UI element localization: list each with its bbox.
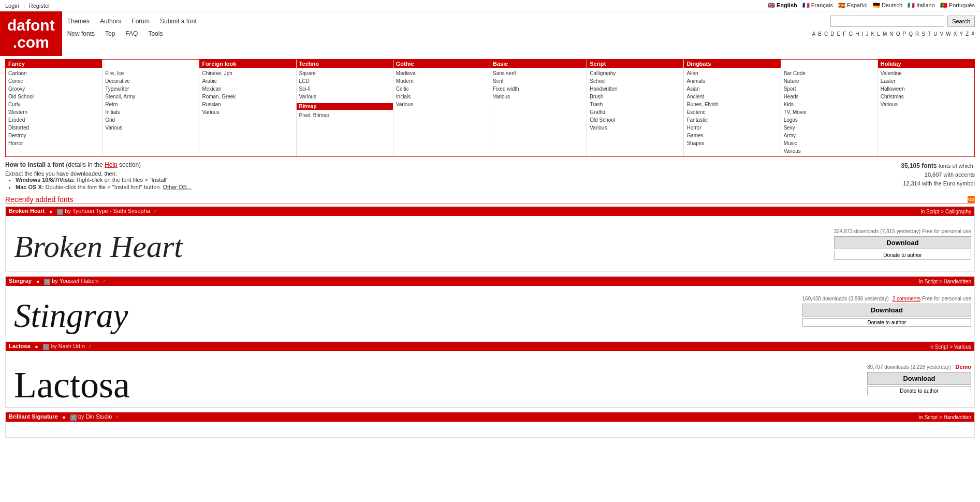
donate-button-2[interactable]: Donate to author: [802, 318, 971, 327]
nav-authors[interactable]: Authors: [100, 18, 121, 25]
nav-submit[interactable]: Submit a font: [160, 18, 197, 25]
az-i[interactable]: I: [862, 31, 864, 37]
cat-item-brush[interactable]: Brush: [590, 93, 681, 101]
cat-item-alien[interactable]: Alien: [686, 69, 778, 77]
cat-item-games[interactable]: Games: [686, 132, 778, 139]
cat-item-curly[interactable]: Curly: [8, 101, 99, 108]
cat-gothic-header[interactable]: Gothic: [393, 60, 490, 68]
help-link[interactable]: Help: [105, 161, 118, 168]
az-y[interactable]: Y: [960, 31, 964, 37]
az-r[interactable]: R: [915, 31, 919, 37]
font-link-broken-heart[interactable]: Broken Heart: [9, 208, 45, 214]
download-button-1[interactable]: Download: [834, 236, 971, 249]
az-h[interactable]: H: [855, 31, 859, 37]
cat-item-sansserif[interactable]: Sans serif: [493, 69, 584, 77]
cat-item-comic[interactable]: Comic: [8, 77, 99, 85]
az-o[interactable]: O: [896, 31, 901, 37]
cat-bitmap-header[interactable]: Bitmap: [297, 103, 393, 110]
az-c[interactable]: C: [824, 31, 828, 37]
cat-item-tvmovie[interactable]: TV, Movie: [784, 108, 875, 116]
cat-item-handwritten[interactable]: Handwritten: [590, 85, 681, 93]
nav-new-fonts[interactable]: New fonts: [67, 30, 95, 37]
nav-themes[interactable]: Themes: [67, 18, 90, 25]
az-w[interactable]: W: [946, 31, 951, 37]
cat-item-sport[interactable]: Sport: [784, 85, 875, 93]
cat-item-various-gothic[interactable]: Various: [396, 101, 487, 108]
cat-item-mexican[interactable]: Mexican: [202, 85, 293, 93]
az-b[interactable]: B: [818, 31, 822, 37]
nav-forum[interactable]: Forum: [131, 18, 150, 25]
az-p[interactable]: P: [902, 31, 906, 37]
author-link-3[interactable]: Nasir Udin: [58, 343, 84, 349]
lang-it[interactable]: 🇮🇹 Italiano: [908, 2, 935, 9]
cat-item-western[interactable]: Western: [8, 108, 99, 116]
download-button-3[interactable]: Download: [867, 372, 971, 385]
cat-item-various-fancy[interactable]: Various: [105, 124, 196, 132]
cat-item-stencil[interactable]: Stencil, Army: [105, 93, 196, 101]
author-link-2[interactable]: Youssef Habchi: [60, 278, 99, 284]
cat-item-easter[interactable]: Easter: [881, 77, 972, 85]
cat-item-army[interactable]: Army: [784, 132, 875, 139]
nav-tools[interactable]: Tools: [148, 30, 163, 37]
cat-item-roman[interactable]: Roman, Greek: [202, 93, 293, 101]
search-input[interactable]: [830, 16, 944, 27]
az-m[interactable]: M: [883, 31, 887, 37]
cat-fancy-header[interactable]: Fancy: [6, 60, 102, 68]
lang-es[interactable]: 🇪🇸 Español: [838, 2, 868, 9]
cat-item-various-d2[interactable]: Various: [784, 147, 875, 155]
register-link[interactable]: Register: [29, 3, 50, 9]
cat-item-destroy[interactable]: Destroy: [8, 132, 99, 139]
donate-button-1[interactable]: Donate to author: [834, 251, 971, 260]
cat-item-trash[interactable]: Trash: [590, 101, 681, 108]
nav-faq[interactable]: FAQ: [125, 30, 138, 37]
cat-item-horror-d[interactable]: Horror: [686, 124, 778, 132]
az-u[interactable]: U: [933, 31, 938, 37]
cat-item-decorative[interactable]: Decorative: [105, 77, 196, 85]
comments-link-2[interactable]: 2 comments: [893, 296, 920, 302]
download-button-2[interactable]: Download: [802, 304, 971, 317]
az-j[interactable]: J: [866, 31, 869, 37]
az-e[interactable]: E: [837, 31, 841, 37]
cat-item-heads[interactable]: Heads: [784, 93, 875, 101]
lang-en[interactable]: 🇬🇧 English: [768, 2, 797, 9]
cat-item-medieval[interactable]: Medieval: [396, 69, 487, 77]
cat-item-music[interactable]: Music: [784, 139, 875, 147]
az-z[interactable]: Z: [966, 31, 969, 37]
az-f[interactable]: F: [843, 31, 846, 37]
cat-item-chinese[interactable]: Chinese, Jpn: [202, 69, 293, 77]
cat-item-logos[interactable]: Logos: [784, 116, 875, 124]
cat-item-grid[interactable]: Grid: [105, 116, 196, 124]
cat-item-horror[interactable]: Horror: [8, 139, 99, 147]
lang-pt[interactable]: 🇵🇹 Português: [940, 2, 975, 9]
lang-fr[interactable]: 🇫🇷 Français: [802, 2, 833, 9]
cat-techno-header[interactable]: Techno: [297, 60, 393, 68]
cat-item-various-foreign[interactable]: Various: [202, 108, 293, 116]
login-link[interactable]: Login: [5, 3, 19, 9]
cat-item-initials[interactable]: Initials: [105, 108, 196, 116]
cat-item-christmas[interactable]: Christmas: [881, 93, 972, 101]
author-link-4[interactable]: Din Studio: [86, 413, 112, 420]
cat-item-shapes[interactable]: Shapes: [686, 139, 778, 147]
font-link-stingray[interactable]: Stingray: [9, 278, 32, 284]
cat-item-various-script[interactable]: Various: [590, 124, 681, 132]
cat-item-school[interactable]: School: [590, 77, 681, 85]
cat-item-halloween[interactable]: Halloween: [881, 85, 972, 93]
az-t[interactable]: T: [928, 31, 931, 37]
cat-holiday-header[interactable]: Holiday: [878, 60, 974, 68]
cat-item-oldschool[interactable]: Old School: [8, 93, 99, 101]
cat-item-fantastic[interactable]: Fantastic: [686, 116, 778, 124]
cat-item-eroded[interactable]: Eroded: [8, 116, 99, 124]
cat-item-asian[interactable]: Asian: [686, 85, 778, 93]
cat-foreign-header[interactable]: Foreign look: [199, 60, 296, 68]
cat-item-fire[interactable]: Fire, Ice: [105, 69, 196, 77]
az-x[interactable]: X: [954, 31, 958, 37]
donate-button-3[interactable]: Donate to author: [867, 386, 971, 395]
cat-item-valentine[interactable]: Valentine: [881, 69, 972, 77]
az-n[interactable]: N: [889, 31, 894, 37]
cat-item-distorted[interactable]: Distorted: [8, 124, 99, 132]
cat-item-graffiti[interactable]: Graffiti: [590, 108, 681, 116]
az-hash[interactable]: #: [971, 31, 975, 37]
rss-icon[interactable]: RSS: [968, 196, 975, 203]
cat-dingbats-header[interactable]: Dingbats: [684, 60, 780, 68]
cat-item-square[interactable]: Square: [299, 69, 390, 77]
